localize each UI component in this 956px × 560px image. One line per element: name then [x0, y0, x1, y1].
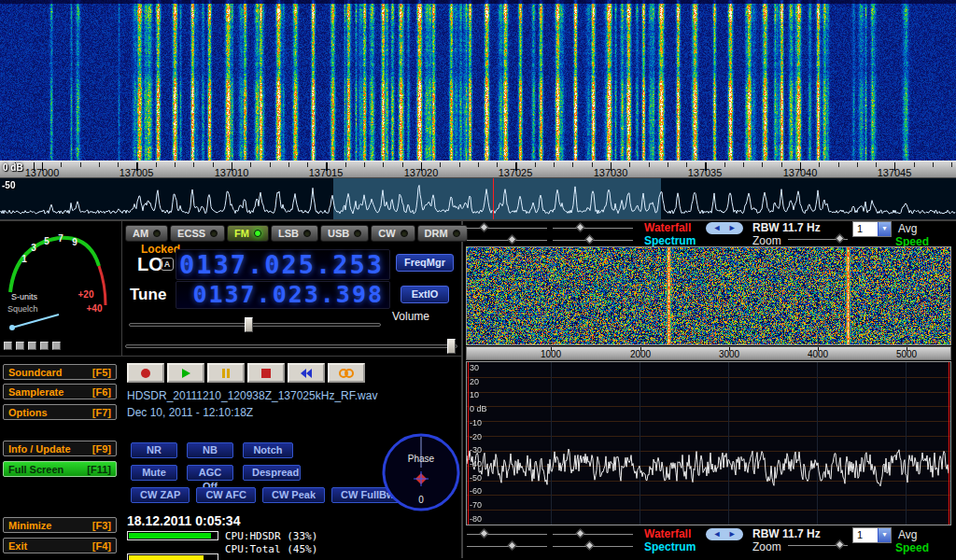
- mode-drm[interactable]: DRM: [417, 225, 468, 242]
- slider-thumb[interactable]: [585, 235, 595, 245]
- mode-label: ECSS: [177, 228, 205, 239]
- loop-button[interactable]: [328, 363, 365, 383]
- fullscreen-button[interactable]: Full Screen[F11]: [3, 461, 117, 477]
- af-avg-select[interactable]: 1 ▼: [852, 527, 892, 543]
- rf-zoom-slider[interactable]: [788, 235, 848, 244]
- volume-slider[interactable]: [129, 317, 381, 332]
- s-units-label: S-units: [11, 292, 38, 301]
- cw-peak-button[interactable]: CW Peak: [262, 487, 325, 503]
- fkey-key: [F3]: [92, 520, 111, 531]
- slider-groove: [553, 534, 633, 535]
- slider-thumb[interactable]: [507, 541, 516, 551]
- slider-thumb[interactable]: [507, 235, 516, 245]
- slider-thumb[interactable]: [575, 223, 584, 232]
- exit-button[interactable]: Exit[F4]: [3, 538, 117, 553]
- slider-thumb[interactable]: [245, 317, 253, 332]
- slider-groove: [467, 228, 547, 229]
- af-spectrum[interactable]: [467, 362, 950, 525]
- lo-lock-badge[interactable]: A: [161, 258, 174, 271]
- af-waterfall-label[interactable]: Waterfall: [644, 528, 691, 539]
- af-wf-contrast-slider[interactable]: [553, 530, 633, 539]
- meter-mini-button[interactable]: [4, 342, 12, 350]
- af-spectrum-label[interactable]: Spectrum: [644, 541, 696, 553]
- cw-afc-button[interactable]: CW AFC: [196, 487, 256, 503]
- play-button[interactable]: [167, 363, 204, 383]
- slider-groove: [467, 240, 547, 241]
- options-button[interactable]: Options[F7]: [3, 404, 117, 420]
- af-zoom-slider[interactable]: [788, 541, 848, 550]
- rf-wf-brightness-slider[interactable]: [467, 224, 547, 232]
- mode-ecss[interactable]: ECSS: [170, 225, 225, 242]
- meter-mini-button[interactable]: [28, 342, 36, 350]
- rf-pan-right-button[interactable]: ►: [728, 222, 737, 234]
- slider-groove: [125, 344, 457, 348]
- af-wf-brightness-slider[interactable]: [467, 530, 547, 539]
- freqmgr-button[interactable]: FreqMgr: [396, 254, 454, 272]
- slider-thumb[interactable]: [575, 529, 584, 539]
- meter-mini-button[interactable]: [40, 342, 49, 350]
- cw-zap-button[interactable]: CW ZAP: [131, 487, 190, 503]
- despread-button[interactable]: Despread: [243, 465, 301, 481]
- lo-display[interactable]: 0137.025.253: [176, 249, 390, 280]
- nr-button[interactable]: NR: [131, 442, 177, 458]
- dropdown-arrow-icon[interactable]: ▼: [878, 222, 891, 236]
- rf-avg-select[interactable]: 1 ▼: [852, 221, 892, 237]
- mode-usb[interactable]: USB: [320, 225, 369, 242]
- rf-wf-contrast-slider[interactable]: [553, 224, 633, 232]
- rf-scale-bar[interactable]: 1000 2000 3000 4000 5000: [466, 346, 951, 360]
- pause-button[interactable]: [207, 363, 245, 383]
- rf-sp-max-slider[interactable]: [553, 236, 633, 245]
- soundcard-button[interactable]: Soundcard[F5]: [3, 364, 117, 380]
- main-spectrum[interactable]: [0, 178, 956, 219]
- tune-display[interactable]: 0137.023.398: [176, 281, 390, 309]
- mute-button[interactable]: Mute: [131, 465, 177, 481]
- dropdown-arrow-icon[interactable]: ▼: [878, 528, 891, 542]
- rf-zoom-label: Zoom: [752, 235, 781, 246]
- main-waterfall[interactable]: [0, 0, 956, 161]
- rf-waterfall[interactable]: [467, 247, 950, 344]
- fkey-label: Soundcard: [8, 367, 62, 378]
- fkey-label: Options: [8, 407, 48, 418]
- slider-thumb[interactable]: [480, 223, 489, 232]
- slider-thumb[interactable]: [585, 541, 595, 551]
- rf-sp-min-slider[interactable]: [467, 236, 547, 245]
- minimize-button[interactable]: Minimize[F3]: [3, 517, 117, 533]
- dsp-row: Mute AGC Off Despread: [131, 465, 301, 481]
- s-meter-over-tick: +40: [87, 303, 103, 314]
- af-pan-left-button[interactable]: ◄: [712, 528, 721, 540]
- slider-thumb[interactable]: [836, 540, 845, 550]
- af-pan-buttons: ◄ ►: [706, 528, 743, 540]
- af-sp-min-slider[interactable]: [467, 542, 547, 551]
- record-button[interactable]: [127, 363, 164, 383]
- meter-mini-button[interactable]: [52, 342, 61, 350]
- meter-mini-button[interactable]: [16, 342, 24, 350]
- mode-am[interactable]: AM: [125, 225, 168, 242]
- pause-icon: [219, 368, 232, 379]
- rf-pan-left-button[interactable]: ◄: [712, 222, 721, 234]
- samplerate-button[interactable]: Samplerate[F6]: [3, 384, 117, 399]
- rf-waterfall-label[interactable]: Waterfall: [644, 222, 691, 233]
- rf-spectrum-label[interactable]: Spectrum: [644, 235, 696, 246]
- af-sp-max-slider[interactable]: [553, 542, 633, 551]
- agc-button[interactable]: AGC Off: [187, 465, 233, 481]
- ruler-label: 137035: [688, 167, 723, 178]
- cpu-bar-fill: [129, 555, 204, 560]
- frequency-ruler[interactable]: 137000 137005 137010 137015 137020 13702…: [0, 161, 956, 178]
- slider-thumb[interactable]: [447, 339, 456, 354]
- extio-button[interactable]: ExtIO: [401, 286, 449, 303]
- nb-button[interactable]: NB: [187, 442, 233, 458]
- info-update-button[interactable]: Info / Update[F9]: [3, 441, 117, 456]
- fkey-key: [F5]: [92, 367, 111, 378]
- mode-fm[interactable]: FM: [227, 225, 269, 242]
- slider-thumb[interactable]: [836, 234, 845, 244]
- mode-lsb[interactable]: LSB: [271, 225, 318, 242]
- ruler-label: 137000: [25, 167, 60, 178]
- slider-thumb[interactable]: [480, 529, 489, 539]
- mode-cw[interactable]: CW: [371, 225, 415, 242]
- af-level-slider[interactable]: [125, 339, 457, 354]
- af-pan-right-button[interactable]: ►: [728, 528, 737, 540]
- notch-button[interactable]: Notch: [243, 442, 293, 458]
- rewind-button[interactable]: [288, 363, 325, 383]
- rf-waterfall-panel: [466, 246, 951, 345]
- stop-button[interactable]: [247, 363, 285, 383]
